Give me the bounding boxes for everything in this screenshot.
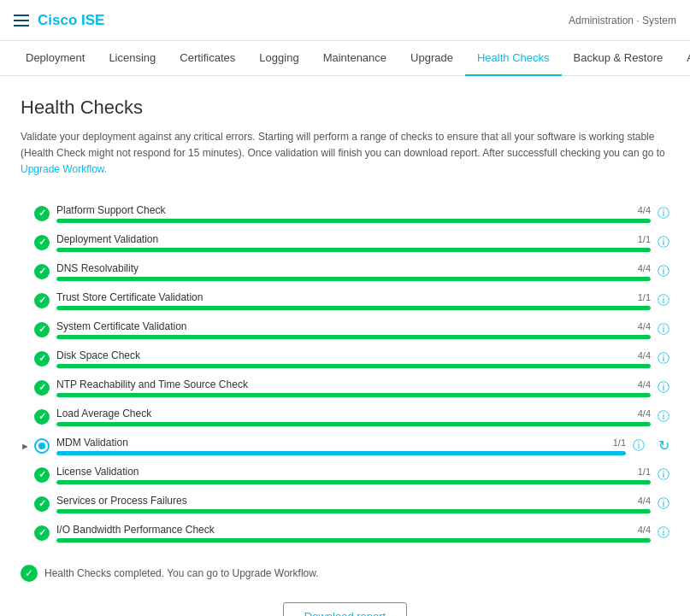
- check-item-5: Disk Space Check 4/4 ⓘ: [34, 344, 669, 373]
- progress-bg-7: [56, 422, 651, 426]
- check-body-11: I/O Bandwidth Performance Check 4/4: [56, 524, 651, 543]
- check-name-7: Load Average Check: [56, 408, 151, 419]
- check-item-4: System Certificate Validation 4/4 ⓘ: [34, 315, 669, 344]
- footer-check-icon: ✓: [21, 565, 38, 582]
- check-score-7: 4/4: [638, 408, 651, 419]
- progress-fill-4: [56, 335, 651, 339]
- check-status-icon-2: [34, 264, 50, 279]
- top-nav: Deployment Licensing Certificates Loggin…: [0, 41, 690, 76]
- info-icon-5[interactable]: ⓘ: [658, 351, 669, 367]
- progress-bg-3: [56, 306, 651, 310]
- refresh-icon-8[interactable]: ↻: [658, 437, 669, 454]
- progress-fill-9: [56, 480, 651, 484]
- check-row-11: I/O Bandwidth Performance Check 4/4 ⓘ: [21, 519, 669, 548]
- expand-btn-8[interactable]: ►: [21, 441, 34, 451]
- page-description: Validate your deployment against any cri…: [21, 129, 669, 179]
- check-row-1: Deployment Validation 1/1 ⓘ: [21, 228, 669, 257]
- progress-bg-11: [56, 538, 651, 543]
- info-icon-10[interactable]: ⓘ: [658, 496, 669, 512]
- progress-bg-1: [56, 248, 651, 252]
- nav-deployment[interactable]: Deployment: [14, 41, 97, 76]
- check-status-icon-3: [34, 293, 50, 308]
- check-item-10: Services or Process Failures 4/4 ⓘ: [34, 490, 669, 519]
- check-row-3: Trust Store Certificate Validation 1/1 ⓘ: [21, 286, 669, 315]
- info-icon-3[interactable]: ⓘ: [658, 293, 669, 308]
- main-content: Health Checks Validate your deployment a…: [0, 76, 690, 616]
- info-icon-4[interactable]: ⓘ: [658, 322, 669, 337]
- check-status-icon-8: [34, 438, 50, 454]
- check-body-9: License Validation 1/1: [56, 466, 651, 484]
- progress-bg-4: [56, 335, 651, 339]
- hamburger-menu[interactable]: [14, 15, 29, 26]
- check-body-2: DNS Resolvability 4/4: [56, 262, 651, 281]
- check-row-8: ► MDM Validation 1/1 ⓘ ↻: [21, 431, 669, 461]
- check-row-5: Disk Space Check 4/4 ⓘ: [21, 344, 669, 373]
- page-title: Health Checks: [21, 97, 669, 119]
- app-header: Cisco ISE Administration · System: [0, 0, 690, 41]
- check-score-4: 4/4: [638, 321, 651, 331]
- info-icon-6[interactable]: ⓘ: [658, 380, 669, 396]
- check-row-7: Load Average Check 4/4 ⓘ: [21, 402, 669, 431]
- progress-fill-8: [56, 451, 626, 455]
- check-name-8: MDM Validation: [56, 437, 128, 449]
- check-score-8: 1/1: [613, 437, 626, 448]
- check-status-icon-6: [34, 380, 50, 396]
- progress-fill-10: [56, 509, 651, 513]
- footer-status: ✓ Health Checks completed. You can go to…: [21, 548, 669, 595]
- check-body-10: Services or Process Failures 4/4: [56, 495, 651, 513]
- check-body-4: System Certificate Validation 4/4: [56, 320, 651, 339]
- check-status-icon-11: [34, 525, 50, 541]
- info-icon-1[interactable]: ⓘ: [658, 235, 669, 250]
- check-body-6: NTP Reachability and Time Source Check 4…: [56, 378, 651, 397]
- check-item-9: License Validation 1/1 ⓘ: [34, 461, 669, 490]
- info-icon-7[interactable]: ⓘ: [658, 409, 669, 425]
- nav-maintenance[interactable]: Maintenance: [311, 41, 398, 76]
- check-score-2: 4/4: [638, 263, 651, 273]
- info-icon-8[interactable]: ⓘ: [633, 438, 645, 454]
- check-name-6: NTP Reachability and Time Source Check: [56, 378, 248, 390]
- info-icon-11[interactable]: ⓘ: [658, 525, 669, 541]
- check-item-8: MDM Validation 1/1 ⓘ ↻: [34, 431, 669, 461]
- nav-admin-access[interactable]: Admin Access: [675, 41, 690, 76]
- check-status-icon-9: [34, 467, 50, 483]
- nav-licensing[interactable]: Licensing: [97, 41, 168, 76]
- check-name-2: DNS Resolvability: [56, 262, 139, 274]
- check-status-icon-0: [34, 206, 50, 221]
- check-body-5: Disk Space Check 4/4: [56, 349, 651, 368]
- brand-logo: Cisco ISE: [38, 12, 104, 29]
- info-icon-2[interactable]: ⓘ: [658, 264, 669, 279]
- progress-bg-10: [56, 509, 651, 513]
- nav-logging[interactable]: Logging: [247, 41, 310, 76]
- check-name-11: I/O Bandwidth Performance Check: [56, 524, 215, 536]
- check-status-icon-10: [34, 496, 50, 512]
- nav-upgrade[interactable]: Upgrade: [398, 41, 465, 76]
- progress-bg-9: [56, 480, 651, 484]
- check-body-3: Trust Store Certificate Validation 1/1: [56, 291, 651, 310]
- check-status-icon-1: [34, 235, 50, 250]
- check-item-2: DNS Resolvability 4/4 ⓘ: [34, 257, 669, 286]
- info-icon-0[interactable]: ⓘ: [658, 206, 669, 221]
- download-report-button[interactable]: Download report: [283, 602, 407, 616]
- check-status-icon-5: [34, 351, 50, 367]
- progress-fill-3: [56, 306, 651, 310]
- info-icon-9[interactable]: ⓘ: [658, 467, 669, 483]
- progress-bg-8: [56, 451, 626, 455]
- nav-health-checks[interactable]: Health Checks: [465, 41, 562, 76]
- check-status-icon-7: [34, 409, 50, 425]
- progress-bg-0: [56, 219, 651, 223]
- check-body-7: Load Average Check 4/4: [56, 408, 651, 426]
- expand-btn-0: [21, 208, 34, 219]
- admin-info: Administration · System: [569, 15, 676, 26]
- check-row-2: DNS Resolvability 4/4 ⓘ: [21, 257, 669, 286]
- nav-certificates[interactable]: Certificates: [168, 41, 247, 76]
- check-row-6: NTP Reachability and Time Source Check 4…: [21, 373, 669, 402]
- check-name-10: Services or Process Failures: [56, 495, 187, 507]
- progress-fill-2: [56, 277, 651, 281]
- nav-backup-restore[interactable]: Backup & Restore: [562, 41, 675, 76]
- check-score-10: 4/4: [638, 496, 651, 506]
- check-row-4: System Certificate Validation 4/4 ⓘ: [21, 315, 669, 344]
- progress-bg-5: [56, 364, 651, 368]
- check-score-5: 4/4: [638, 350, 651, 361]
- upgrade-workflow-link[interactable]: Upgrade Workflow.: [21, 163, 107, 175]
- check-name-0: Platform Support Check: [56, 204, 165, 216]
